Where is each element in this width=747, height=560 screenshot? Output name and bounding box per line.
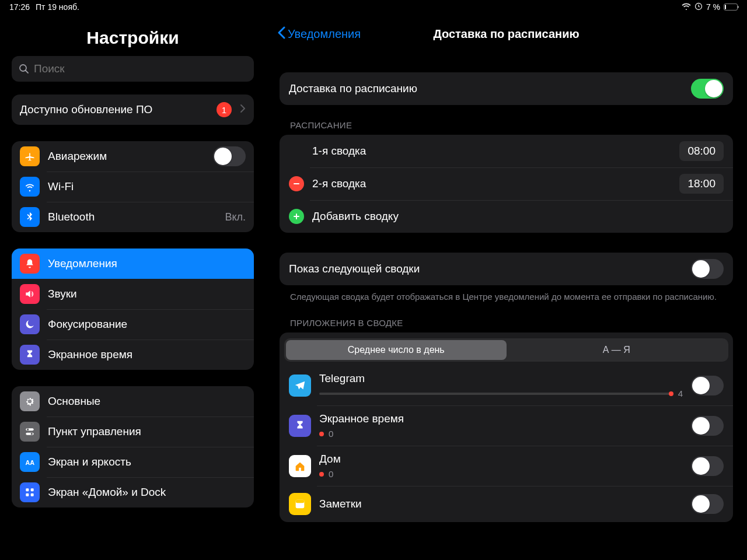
wifi-icon <box>20 177 40 197</box>
sidebar-item-screentime[interactable]: Экранное время <box>12 340 254 370</box>
airplane-icon <box>20 146 40 166</box>
grid-icon <box>20 482 40 502</box>
status-date: Пт 19 нояб. <box>36 2 79 12</box>
section-apps: ПРИЛОЖЕНИЯ В СВОДКЕ <box>280 303 733 332</box>
bell-icon <box>20 254 40 274</box>
text-size-icon: AA <box>20 452 40 472</box>
home-icon <box>289 455 311 477</box>
update-badge: 1 <box>217 102 232 117</box>
add-icon <box>289 209 304 224</box>
notes-icon <box>289 493 311 515</box>
svg-point-6 <box>31 433 33 435</box>
notes-toggle[interactable] <box>691 494 724 514</box>
svg-rect-12 <box>294 183 299 184</box>
status-time: 17:26 <box>9 2 30 12</box>
sidebar-item-focus[interactable]: Фокусирование <box>12 309 254 340</box>
sidebar-item-software-update[interactable]: Доступно обновление ПО 1 <box>12 94 254 125</box>
app-row-notes[interactable]: Заметки <box>280 486 733 522</box>
scheduled-delivery-toggle[interactable] <box>691 79 724 99</box>
chevron-left-icon <box>277 26 285 42</box>
search-input[interactable] <box>34 62 247 75</box>
row-add-summary[interactable]: Добавить сводку <box>280 200 733 233</box>
sidebar-item-general[interactable]: Основные <box>12 386 254 416</box>
app-row-screentime[interactable]: Экранное время 0 <box>280 405 733 446</box>
toggles-icon <box>20 422 40 442</box>
telegram-toggle[interactable] <box>691 376 724 396</box>
section-schedule: РАСПИСАНИЕ <box>280 105 733 135</box>
svg-rect-10 <box>26 494 29 496</box>
search-icon <box>19 64 29 74</box>
row-scheduled-delivery[interactable]: Доставка по расписанию <box>280 72 733 105</box>
sidebar-title: Настройки <box>0 18 266 56</box>
sort-segment[interactable]: Среднее число в день А — Я <box>284 338 728 362</box>
sidebar-item-homescreen[interactable]: Экран «Домой» и Dock <box>12 477 254 508</box>
svg-rect-11 <box>31 494 34 496</box>
home-toggle[interactable] <box>691 456 724 476</box>
sidebar-item-airplane[interactable]: Авиарежим <box>12 141 254 172</box>
status-bar: 17:26 Пт 19 нояб. 7 % <box>0 0 747 14</box>
battery-icon <box>724 4 738 10</box>
sidebar-item-wifi[interactable]: Wi-Fi <box>12 172 254 202</box>
chevron-right-icon <box>240 104 246 116</box>
detail-pane: Уведомления Доставка по расписанию Доста… <box>266 0 747 560</box>
sidebar-item-bluetooth[interactable]: Bluetooth Вкл. <box>12 202 254 232</box>
summary-2-time[interactable]: 18:00 <box>679 174 724 194</box>
battery-pct: 7 % <box>706 2 720 12</box>
svg-rect-8 <box>26 488 29 491</box>
svg-rect-9 <box>31 488 34 491</box>
wifi-icon <box>682 2 691 12</box>
bluetooth-status: Вкл. <box>225 211 246 223</box>
svg-rect-14 <box>294 216 299 217</box>
sidebar-item-control-center[interactable]: Пункт управления <box>12 416 254 447</box>
summary-1-time[interactable]: 08:00 <box>679 141 724 161</box>
svg-rect-16 <box>296 500 305 503</box>
row-summary-2[interactable]: 2-я сводка 18:00 <box>280 167 733 200</box>
bluetooth-icon <box>20 207 40 227</box>
airplane-toggle[interactable] <box>213 146 246 166</box>
gear-icon <box>20 391 40 411</box>
show-next-note: Следующая сводка будет отображаться в Це… <box>280 285 733 303</box>
screentime-toggle[interactable] <box>691 416 724 436</box>
remove-icon[interactable] <box>289 176 304 191</box>
app-row-home[interactable]: Дом 0 <box>280 446 733 486</box>
rotation-lock-icon <box>694 2 703 12</box>
sidebar-item-display[interactable]: AA Экран и яркость <box>12 447 254 477</box>
row-show-next[interactable]: Показ следующей сводки <box>280 253 733 285</box>
sidebar-item-notifications[interactable]: Уведомления <box>12 249 254 279</box>
back-button[interactable]: Уведомления <box>277 26 361 42</box>
hourglass-icon <box>289 415 311 437</box>
seg-alphabetical[interactable]: А — Я <box>507 340 727 360</box>
seg-avg-per-day[interactable]: Среднее число в день <box>286 340 507 360</box>
search-field[interactable] <box>12 56 254 82</box>
row-summary-1[interactable]: 1-я сводка 08:00 <box>280 135 733 167</box>
speaker-icon <box>20 284 40 304</box>
app-row-telegram[interactable]: Telegram 4 <box>280 365 733 405</box>
show-next-toggle[interactable] <box>691 259 724 279</box>
settings-sidebar: Настройки Доступно обновление ПО 1 Авиар… <box>0 0 266 560</box>
svg-point-5 <box>27 429 29 430</box>
svg-point-1 <box>20 65 26 71</box>
hourglass-icon <box>20 345 40 365</box>
sidebar-item-sounds[interactable]: Звуки <box>12 279 254 309</box>
svg-text:AA: AA <box>26 459 35 466</box>
moon-icon <box>20 314 40 334</box>
telegram-icon <box>289 374 311 397</box>
svg-line-2 <box>26 71 28 73</box>
